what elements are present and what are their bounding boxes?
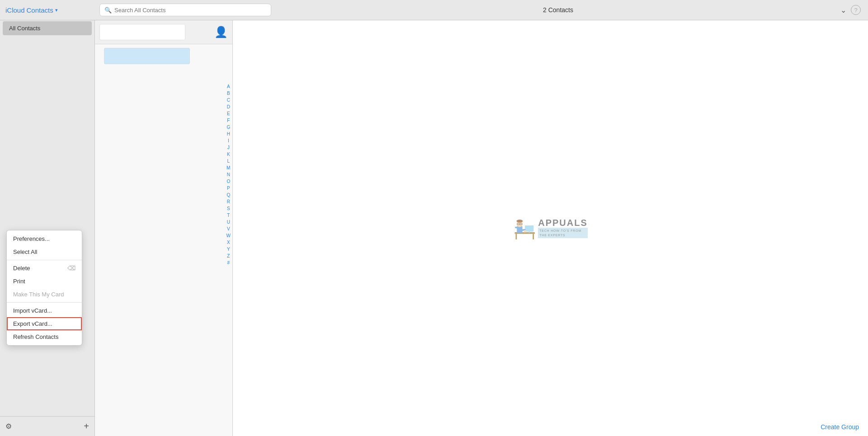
contact-card-first[interactable] (99, 24, 185, 40)
sort-chevron-icon[interactable]: ⌄ (840, 6, 846, 14)
contacts-label: Contacts (27, 6, 53, 14)
alpha-letter-o[interactable]: O (226, 178, 230, 185)
alpha-letter-#[interactable]: # (227, 260, 230, 266)
alpha-letter-y[interactable]: Y (227, 246, 230, 253)
alpha-letter-v[interactable]: V (227, 226, 230, 232)
main-content: All Contacts Preferences...Select AllDel… (0, 20, 868, 436)
alpha-letter-a[interactable]: A (227, 84, 230, 90)
appuals-text-block: APPUALS TECH HOW-TO'S FROM THE EXPERTS (538, 218, 588, 238)
alpha-letter-p[interactable]: P (227, 185, 230, 192)
alpha-letter-n[interactable]: N (227, 172, 230, 178)
context-menu-item-print[interactable]: Print (7, 275, 82, 288)
appuals-name: APPUALS (538, 218, 588, 227)
search-icon: 🔍 (104, 7, 112, 14)
context-menu-item-make-my-card: Make This My Card (7, 288, 82, 301)
top-bar: iCloud Contacts ▾ 🔍 2 Contacts ⌄ ? (0, 0, 868, 20)
alpha-letter-i[interactable]: I (228, 138, 229, 144)
sidebar: All Contacts Preferences...Select AllDel… (0, 20, 95, 436)
alpha-letter-h[interactable]: H (227, 131, 230, 137)
context-menu-item-export-vcard[interactable]: Export vCard... (7, 317, 82, 330)
context-menu-item-refresh-contacts[interactable]: Refresh Contacts (7, 330, 82, 343)
context-menu-item-preferences[interactable]: Preferences... (7, 232, 82, 245)
watermark-logo: APPUALS TECH HOW-TO'S FROM THE EXPERTS (513, 216, 588, 241)
svg-rect-2 (533, 234, 534, 239)
delete-shortcut-icon: ⌫ (67, 265, 75, 272)
appuals-tagline: TECH HOW-TO'S FROM (539, 229, 586, 233)
svg-point-7 (517, 219, 523, 222)
svg-point-13 (524, 230, 527, 233)
add-contact-plus-icon[interactable]: + (84, 421, 89, 431)
alpha-letter-d[interactable]: D (227, 104, 230, 110)
alpha-letter-x[interactable]: X (227, 239, 230, 246)
context-menu: Preferences...Select AllDelete⌫PrintMake… (6, 230, 82, 346)
alpha-letter-m[interactable]: M (226, 165, 230, 171)
contact-list-second-row (95, 44, 232, 66)
alpha-letter-q[interactable]: Q (226, 192, 230, 198)
svg-rect-1 (516, 234, 517, 239)
alpha-letter-z[interactable]: Z (227, 253, 230, 259)
alpha-letter-w[interactable]: W (226, 233, 231, 239)
context-menu-item-import-vcard[interactable]: Import vCard... (7, 304, 82, 317)
alpha-letter-g[interactable]: G (226, 124, 230, 131)
alpha-letter-s[interactable]: S (227, 206, 230, 212)
svg-rect-4 (529, 231, 530, 233)
alpha-letter-t[interactable]: T (227, 212, 230, 219)
alpha-letter-f[interactable]: F (227, 117, 230, 124)
appuals-tagline2: THE EXPERTS (539, 233, 586, 237)
alpha-letter-j[interactable]: J (227, 145, 230, 151)
contact-card-second[interactable] (104, 48, 190, 64)
svg-rect-11 (515, 226, 518, 228)
context-menu-item-delete[interactable]: Delete⌫ (7, 262, 82, 275)
search-input[interactable] (114, 7, 266, 14)
alpha-letter-c[interactable]: C (227, 97, 230, 103)
contacts-count-label: 2 Contacts (543, 6, 573, 14)
alphabet-index: ABCDEFGHIJKLMNOPQRSTUVWXYZ# (226, 84, 231, 266)
sidebar-item-all-contacts[interactable]: All Contacts (3, 21, 92, 35)
sidebar-bottom: ⚙ + (0, 416, 94, 436)
alpha-letter-b[interactable]: B (227, 90, 230, 97)
settings-gear-icon[interactable]: ⚙ (5, 422, 12, 431)
appuals-figure-svg (513, 216, 538, 241)
app-branding: iCloud Contacts ▾ (0, 6, 95, 14)
contact-list-header: 👤 (95, 20, 232, 44)
menu-divider-5 (7, 302, 82, 303)
alpha-letter-r[interactable]: R (227, 199, 230, 205)
contact-list-panel: 👤 ABCDEFGHIJKLMNOPQRSTUVWXYZ# (95, 20, 233, 436)
svg-rect-3 (525, 225, 533, 231)
detail-panel: APPUALS TECH HOW-TO'S FROM THE EXPERTS C… (233, 20, 868, 436)
alpha-letter-u[interactable]: U (227, 219, 230, 225)
menu-divider-2 (7, 260, 82, 260)
icloud-label: iCloud (5, 6, 25, 14)
create-group-button[interactable]: Create Group (821, 423, 859, 431)
contacts-dropdown-arrow[interactable]: ▾ (55, 7, 58, 13)
contact-avatar-icon: 👤 (214, 26, 228, 38)
top-bar-actions: ⌄ ? (840, 5, 868, 15)
alpha-letter-l[interactable]: L (227, 158, 230, 164)
alpha-letter-e[interactable]: E (227, 111, 230, 117)
help-button[interactable]: ? (851, 5, 861, 15)
context-menu-item-select-all[interactable]: Select All (7, 245, 82, 258)
contacts-count: 2 Contacts (276, 6, 840, 14)
alpha-letter-k[interactable]: K (227, 151, 230, 158)
search-bar[interactable]: 🔍 (99, 4, 271, 16)
